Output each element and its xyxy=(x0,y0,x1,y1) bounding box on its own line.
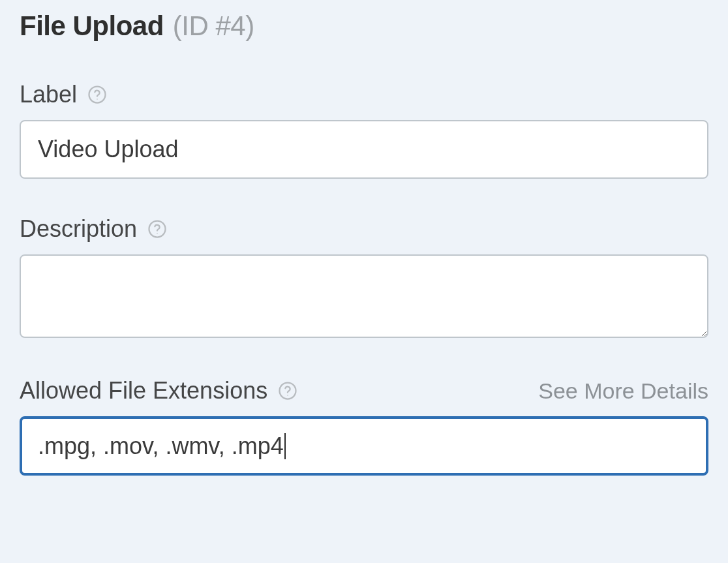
description-field-label: Description xyxy=(20,215,137,243)
description-input[interactable] xyxy=(20,254,708,338)
svg-point-3 xyxy=(157,233,158,234)
svg-point-2 xyxy=(149,221,166,237)
svg-point-4 xyxy=(280,383,296,399)
extensions-input[interactable]: .mpg, .mov, .wmv, .mp4 xyxy=(20,416,708,476)
svg-point-5 xyxy=(287,395,288,396)
extensions-input-value: .mpg, .mov, .wmv, .mp4 xyxy=(38,432,284,460)
label-field-label: Label xyxy=(20,81,77,108)
see-more-details-link[interactable]: See More Details xyxy=(538,378,708,404)
label-field-group: Label xyxy=(20,81,708,179)
text-caret xyxy=(284,433,286,459)
label-field-row: Label xyxy=(20,81,708,108)
header-title: File Upload xyxy=(20,10,164,42)
label-input[interactable] xyxy=(20,120,708,179)
svg-point-0 xyxy=(89,87,106,103)
label-field-left: Label xyxy=(20,81,107,108)
description-field-row: Description xyxy=(20,215,708,243)
extensions-field-label: Allowed File Extensions xyxy=(20,377,267,404)
help-icon[interactable] xyxy=(278,381,297,401)
help-icon[interactable] xyxy=(87,85,107,104)
extensions-field-row: Allowed File Extensions See More Details xyxy=(20,377,708,404)
header: File Upload (ID #4) xyxy=(20,0,708,42)
description-field-left: Description xyxy=(20,215,167,243)
help-icon[interactable] xyxy=(147,219,167,239)
extensions-field-left: Allowed File Extensions xyxy=(20,377,297,404)
header-id-text: (ID #4) xyxy=(173,10,254,42)
svg-point-1 xyxy=(97,99,98,100)
description-field-group: Description xyxy=(20,215,708,341)
extensions-field-group: Allowed File Extensions See More Details… xyxy=(20,377,708,476)
